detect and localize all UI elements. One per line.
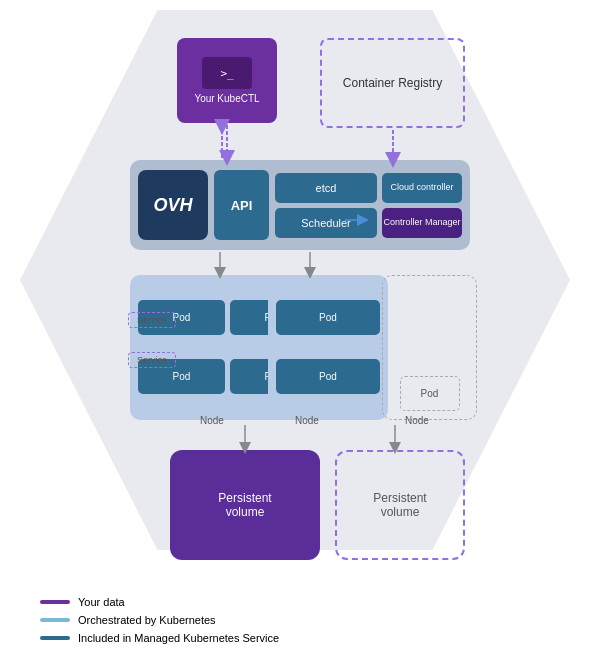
legend: Your data Orchestrated by Kubernetes Inc… [40,596,279,644]
container-registry-box: Container Registry [320,38,465,128]
pv-dashed-box: Persistentvolume [335,450,465,560]
legend-item-your-data: Your data [40,596,279,608]
api-box: API [214,170,269,240]
pod-box-dashed: Pod [400,376,460,411]
scheduler-box: Scheduler [275,208,377,238]
ovh-logo: OVH [153,195,192,216]
pv-solid-label: Persistentvolume [218,491,271,519]
node1-label: Node [200,415,224,426]
api-label: API [231,198,253,213]
legend-label-your-data: Your data [78,596,125,608]
cloud-controller-box: Cloud controller [382,173,462,203]
legend-color-your-data [40,600,70,604]
service-labels: Service Service [128,312,176,368]
node2-label: Node [295,415,319,426]
diagram-container: Container Registry >_ Your KubeCTL OVH A… [0,0,590,580]
ovh-logo-box: OVH [138,170,208,240]
legend-color-kubernetes [40,618,70,622]
bottom-right-components: Scheduler Controller Manager [275,208,462,238]
legend-label-managed: Included in Managed Kubernetes Service [78,632,279,644]
node3-label: Node [405,415,429,426]
pod-box: Pod [276,300,380,335]
control-plane: OVH API etcd Cloud controller Scheduler … [130,160,470,250]
legend-item-kubernetes: Orchestrated by Kubernetes [40,614,279,626]
controller-manager-box: Controller Manager [382,208,462,238]
kubectl-label: Your KubeCTL [194,93,259,104]
right-components: etcd Cloud controller Scheduler Controll… [275,173,462,238]
scheduler-label: Scheduler [301,217,351,229]
service-badge: Service [128,312,176,328]
top-right-components: etcd Cloud controller [275,173,462,203]
node3-area: Pod [382,275,477,420]
node2-area: Pod Pod [268,275,388,420]
pv-dashed-label: Persistentvolume [373,491,426,519]
etcd-box: etcd [275,173,377,203]
pod-box: Pod [276,359,380,394]
etcd-label: etcd [316,182,337,194]
container-registry-label: Container Registry [343,76,442,90]
legend-item-managed: Included in Managed Kubernetes Service [40,632,279,644]
service-badge: Service [128,352,176,368]
pv-solid-box: Persistentvolume [170,450,320,560]
cloud-controller-label: Cloud controller [390,182,453,193]
terminal-icon: >_ [202,57,252,89]
legend-color-managed [40,636,70,640]
legend-label-kubernetes: Orchestrated by Kubernetes [78,614,216,626]
kubectl-box: >_ Your KubeCTL [177,38,277,123]
controller-manager-label: Controller Manager [383,217,460,228]
